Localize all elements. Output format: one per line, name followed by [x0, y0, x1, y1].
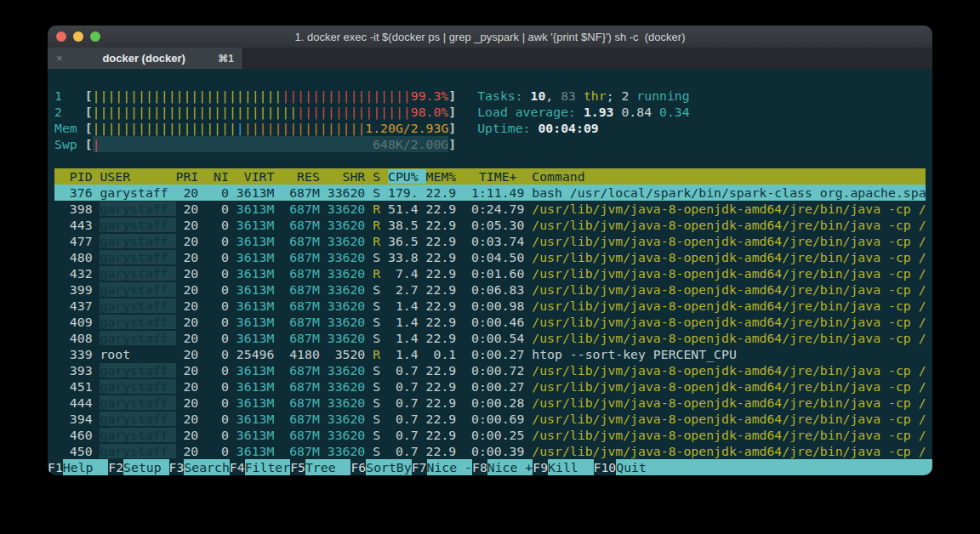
tab-docker[interactable]: × docker (docker) ⌘1	[48, 48, 243, 69]
fnkey-f1[interactable]: F1	[48, 459, 63, 475]
cell-ni: 0	[206, 412, 236, 426]
cell-s: S	[373, 379, 388, 394]
process-row-393[interactable]: 393 garystaff 20 0 3613M 687M 33620 S 0.…	[54, 362, 926, 378]
fnlabel-f5[interactable]: Tree	[305, 459, 350, 475]
cell-pid: 376	[54, 185, 100, 200]
cell-cmd: bash /usr/local/spark/bin/spark-class or…	[532, 185, 926, 200]
header-pid[interactable]: PID	[54, 169, 100, 184]
process-row-398[interactable]: 398 garystaff 20 0 3613M 687M 33620 R 51…	[54, 201, 926, 217]
window-title: 1. docker exec -it $(docker ps | grep _p…	[295, 31, 686, 43]
fnlabel-f6[interactable]: SortBy	[366, 459, 411, 475]
tasks-text: 10	[531, 88, 546, 103]
fnlabel-f7[interactable]: Nice -	[427, 459, 472, 475]
fnbar-fill	[647, 459, 932, 475]
fnkey-f4[interactable]: F4	[230, 459, 245, 475]
cell-s: R	[373, 202, 388, 216]
tasks-text: ;	[607, 88, 622, 103]
swp-meter-value: 648K/2.00G	[100, 137, 448, 151]
process-row-443[interactable]: 443 garystaff 20 0 3613M 687M 33620 R 38…	[54, 217, 926, 233]
cell-res: 687M	[282, 266, 327, 281]
fnkey-f6[interactable]: F6	[350, 459, 366, 475]
cell-pri: 20	[176, 298, 207, 313]
process-row-408[interactable]: 408 garystaff 20 0 3613M 687M 33620 S 1.…	[54, 330, 926, 346]
cell-shr: 33620	[328, 185, 373, 200]
fnlabel-f2[interactable]: Setup	[123, 459, 168, 475]
process-row-444[interactable]: 444 garystaff 20 0 3613M 687M 33620 S 0.…	[54, 395, 926, 411]
fnlabel-f3[interactable]: Search	[184, 459, 229, 475]
cell-user: garystaff	[100, 379, 175, 394]
cell-ni: 0	[206, 347, 236, 361]
header-shr[interactable]: SHR	[328, 169, 373, 184]
fnkey-f7[interactable]: F7	[412, 459, 427, 475]
minimize-button[interactable]	[73, 31, 83, 42]
mem-meter-bar: ||||||||||||||||||||||||||||||||||||1.20…	[93, 120, 449, 136]
load-average-text: 0.34	[659, 105, 690, 119]
header-cpu[interactable]: CPU%	[388, 169, 426, 184]
cell-ni: 0	[206, 428, 236, 442]
header-mem[interactable]: MEM%	[426, 169, 464, 184]
process-row-477[interactable]: 477 garystaff 20 0 3613M 687M 33620 R 36…	[54, 233, 926, 249]
fnlabel-f4[interactable]: Filter	[245, 459, 290, 475]
fnkey-f3[interactable]: F3	[169, 459, 185, 475]
process-table: PID USER PRI NI VIRT RES SHR S CPU% MEM%…	[54, 168, 926, 459]
cell-mem: 22.9	[426, 444, 464, 458]
cell-time: 0:03.74	[464, 234, 532, 248]
fnkey-f10[interactable]: F10	[594, 459, 617, 475]
cell-s: S	[373, 395, 388, 410]
cell-time: 0:00.46	[464, 315, 532, 329]
cell-res: 687M	[282, 363, 327, 378]
cell-pid: 394	[54, 412, 100, 426]
cell-cpu: 0.7	[388, 444, 426, 458]
cell-cpu: 36.5	[388, 234, 426, 248]
process-row-451[interactable]: 451 garystaff 20 0 3613M 687M 33620 S 0.…	[54, 378, 926, 395]
cell-user: garystaff	[100, 282, 175, 297]
cell-cpu: 38.5	[388, 218, 426, 232]
process-row-480[interactable]: 480 garystaff 20 0 3613M 687M 33620 S 33…	[54, 249, 926, 265]
cell-pri: 20	[176, 202, 207, 216]
process-row-432[interactable]: 432 garystaff 20 0 3613M 687M 33620 R 7.…	[54, 265, 926, 281]
titlebar[interactable]: 1. docker exec -it $(docker ps | grep _p…	[48, 26, 932, 48]
cell-res: 4180	[282, 347, 327, 361]
header-s[interactable]: S	[373, 169, 388, 184]
process-row-450[interactable]: 450 garystaff 20 0 3613M 687M 33620 S 0.…	[54, 443, 926, 459]
process-row-437[interactable]: 437 garystaff 20 0 3613M 687M 33620 S 1.…	[54, 298, 926, 314]
process-row-339[interactable]: 339 root 20 0 25496 4180 3520 R 1.4 0.1 …	[54, 346, 926, 362]
cell-pid: 451	[54, 379, 100, 394]
meter-open-bracket: [	[85, 121, 93, 135]
header-pri[interactable]: PRI	[176, 169, 207, 184]
fnkey-f8[interactable]: F8	[472, 459, 487, 475]
cell-shr: 33620	[328, 298, 373, 313]
header-virt[interactable]: VIRT	[236, 169, 282, 184]
process-row-394[interactable]: 394 garystaff 20 0 3613M 687M 33620 S 0.…	[54, 411, 926, 427]
cell-time: 0:05.30	[464, 218, 532, 232]
header-ni[interactable]: NI	[206, 169, 236, 184]
cell-time: 0:01.60	[464, 266, 532, 281]
fnkey-f5[interactable]: F5	[290, 459, 305, 475]
cell-virt: 3613M	[236, 315, 282, 329]
fnlabel-f1[interactable]: Help	[63, 459, 108, 475]
header-user[interactable]: USER	[100, 169, 175, 184]
cell-pri: 20	[176, 444, 207, 458]
cell-pid: 477	[54, 234, 100, 248]
cell-s: S	[373, 298, 388, 313]
tab-close-icon[interactable]: ×	[56, 52, 70, 65]
fnlabel-f8[interactable]: Nice +	[487, 459, 533, 475]
cell-time: 0:00.25	[464, 428, 532, 442]
fnlabel-f9[interactable]: Kill	[548, 459, 593, 475]
header-time[interactable]: TIME+	[464, 169, 532, 184]
cell-ni: 0	[206, 363, 236, 378]
close-button[interactable]	[56, 31, 66, 42]
fnkey-f9[interactable]: F9	[533, 459, 548, 475]
process-row-376[interactable]: 376 garystaff 20 0 3613M 687M 33620 S 17…	[54, 185, 926, 201]
meter-open-bracket: [	[85, 105, 93, 119]
fnlabel-f10[interactable]: Quit	[616, 459, 647, 475]
process-row-460[interactable]: 460 garystaff 20 0 3613M 687M 33620 S 0.…	[54, 427, 926, 443]
header-res[interactable]: RES	[282, 169, 327, 184]
fnkey-f2[interactable]: F2	[108, 459, 123, 475]
header-cmd[interactable]: Command	[532, 169, 584, 184]
cell-shr: 3520	[328, 347, 373, 361]
zoom-button[interactable]	[90, 31, 100, 42]
cell-cmd: /usr/lib/jvm/java-8-openjdk-amd64/jre/bi…	[532, 395, 926, 410]
process-row-409[interactable]: 409 garystaff 20 0 3613M 687M 33620 S 1.…	[54, 314, 926, 330]
process-row-399[interactable]: 399 garystaff 20 0 3613M 687M 33620 S 2.…	[54, 281, 926, 298]
